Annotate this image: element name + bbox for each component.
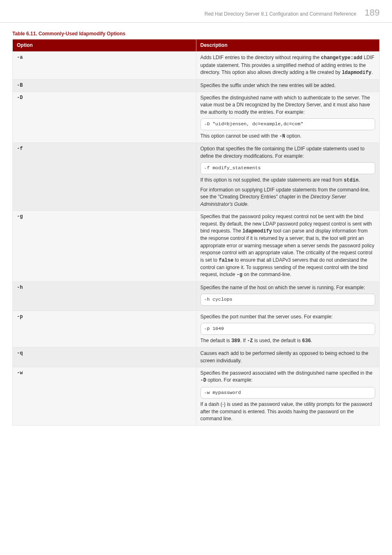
desc-cell: Adds LDIF entries to the directory witho… bbox=[196, 52, 380, 79]
table-row: -q Causes each add to be performed silen… bbox=[13, 348, 380, 367]
table-row: -w Specifies the password associated wit… bbox=[13, 367, 380, 426]
code-example: -h cyclops bbox=[201, 294, 376, 306]
option-cell: -q bbox=[13, 348, 196, 367]
option-cell: -p bbox=[13, 311, 196, 347]
desc-cell: Option that specifies the file containin… bbox=[196, 143, 380, 211]
page-header: Red Hat Directory Server 8.1 Configurati… bbox=[0, 0, 392, 23]
option-cell: -a bbox=[13, 52, 196, 79]
desc-cell: Specifies the port number that the serve… bbox=[196, 311, 380, 347]
col-description: Description bbox=[196, 39, 380, 52]
page-number: 189 bbox=[364, 7, 380, 18]
table-caption: Table 6.11. Commonly-Used ldapmodify Opt… bbox=[12, 31, 380, 37]
option-cell: -D bbox=[13, 92, 196, 143]
option-cell: -g bbox=[13, 211, 196, 282]
option-cell: -f bbox=[13, 143, 196, 211]
table-row: -g Specifies that the password policy re… bbox=[13, 211, 380, 282]
table-row: -D Specifies the distinguished name with… bbox=[13, 92, 380, 143]
desc-cell: Specifies that the password policy reque… bbox=[196, 211, 380, 282]
table-row: -a Adds LDIF entries to the directory wi… bbox=[13, 52, 380, 79]
option-cell: -w bbox=[13, 367, 196, 426]
col-option: Option bbox=[13, 39, 196, 52]
desc-cell: Specifies the distinguished name with wh… bbox=[196, 92, 380, 143]
option-cell: -h bbox=[13, 281, 196, 311]
code-example: -D "uid=bjensen, dc=example,dc=com" bbox=[201, 118, 376, 130]
page-content: Table 6.11. Commonly-Used ldapmodify Opt… bbox=[0, 23, 392, 442]
doc-title: Red Hat Directory Server 8.1 Configurati… bbox=[205, 11, 357, 17]
desc-cell: Specifies the password associated with t… bbox=[196, 367, 380, 426]
table-row: -f Option that specifies the file contai… bbox=[13, 143, 380, 211]
code-example: -w mypassword bbox=[201, 387, 376, 399]
option-cell: -B bbox=[13, 79, 196, 92]
desc-cell: Specifies the name of the host on which … bbox=[196, 281, 380, 311]
desc-cell: Specifies the suffix under which the new… bbox=[196, 79, 380, 92]
table-row: -h Specifies the name of the host on whi… bbox=[13, 281, 380, 311]
code-example: -p 1049 bbox=[201, 323, 376, 335]
code-example: -f modify_statements bbox=[201, 162, 376, 174]
table-row: -p Specifies the port number that the se… bbox=[13, 311, 380, 347]
options-table: Option Description -a Adds LDIF entries … bbox=[12, 39, 380, 426]
table-row: -B Specifies the suffix under which the … bbox=[13, 79, 380, 92]
desc-cell: Causes each add to be performed silently… bbox=[196, 348, 380, 367]
